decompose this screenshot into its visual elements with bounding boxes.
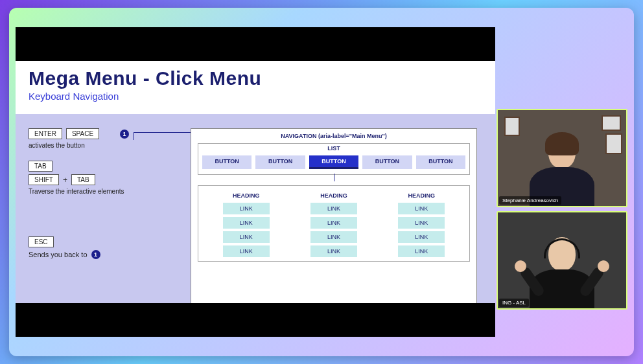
- player-bottom-letterbox: [16, 303, 495, 337]
- dropdown-connector: [334, 174, 334, 181]
- list-label: LIST: [198, 144, 469, 153]
- arm-left: [519, 266, 546, 298]
- menu-button[interactable]: BUTTON: [202, 155, 251, 169]
- menu-link[interactable]: LINK: [310, 231, 357, 243]
- list-box: LIST BUTTON BUTTON BUTTON BUTTON BUTTON: [198, 143, 470, 175]
- webcam-column: Stephanie Andreasovich ING - ASL: [497, 109, 625, 313]
- marker-1b-icon: 1: [91, 250, 100, 259]
- submenu-col: HEADING LINK LINK LINK LINK: [294, 192, 373, 257]
- torso-icon: [530, 269, 594, 310]
- menu-link[interactable]: LINK: [398, 245, 445, 257]
- webcam-presenter[interactable]: Stephanie Andreasovich: [497, 109, 627, 207]
- wall-picture: [602, 115, 621, 131]
- connector-vert: [134, 132, 134, 140]
- arm-right: [578, 266, 605, 298]
- player-top-letterbox: [16, 27, 495, 61]
- hair-icon: [545, 132, 579, 155]
- key-space: SPACE: [66, 128, 99, 139]
- desc-esc-text: Sends you back to: [29, 251, 88, 258]
- button-row: BUTTON BUTTON BUTTON BUTTON BUTTON: [198, 153, 469, 174]
- desc-traverse: Traverse the interactive elements: [29, 188, 178, 195]
- video-player[interactable]: Mega Menu - Click Menu Keyboard Navigati…: [16, 27, 495, 337]
- plus-icon: +: [63, 176, 67, 185]
- key-shift-tab-row: SHIFT + TAB: [29, 174, 178, 185]
- key-tab-row: TAB: [29, 161, 178, 172]
- submenu-panel: HEADING LINK LINK LINK LINK HEADING LINK…: [198, 185, 470, 262]
- column-heading: HEADING: [320, 192, 347, 199]
- slide-title: Mega Menu - Click Menu: [29, 67, 482, 89]
- menu-link[interactable]: LINK: [310, 203, 357, 214]
- menu-link[interactable]: LINK: [398, 217, 445, 229]
- menu-link[interactable]: LINK: [223, 245, 270, 257]
- key-shift: SHIFT: [29, 174, 59, 185]
- wall-picture: [605, 133, 622, 154]
- wall-picture: [504, 117, 520, 136]
- interpreter-figure: [526, 237, 598, 310]
- player-frame: Mega Menu - Click Menu Keyboard Navigati…: [9, 8, 634, 356]
- headset-icon: [544, 238, 580, 258]
- keys-enter-space: ENTER SPACE 1: [29, 128, 178, 139]
- key-tab-2: TAB: [71, 174, 95, 185]
- interpreter-name: ING - ASL: [499, 299, 529, 307]
- desc-activates: activates the button: [29, 142, 178, 149]
- nav-label: NAVIGATION (aria-label="Main Menu"): [191, 129, 476, 139]
- menu-button[interactable]: BUTTON: [255, 155, 305, 169]
- slide-header: Mega Menu - Click Menu Keyboard Navigati…: [16, 61, 495, 106]
- slide-subtitle: Keyboard Navigation: [29, 91, 482, 102]
- desc-esc: Sends you back to 1: [29, 250, 178, 259]
- keyboard-instructions: ENTER SPACE 1 activates the button TAB S…: [29, 128, 178, 262]
- slide-body: ENTER SPACE 1 activates the button TAB S…: [16, 114, 495, 330]
- column-heading: HEADING: [408, 192, 436, 199]
- gradient-background: Mega Menu - Click Menu Keyboard Navigati…: [0, 0, 643, 364]
- menu-button[interactable]: BUTTON: [416, 155, 465, 169]
- menu-diagram: NAVIGATION (aria-label="Main Menu") LIST…: [191, 128, 477, 311]
- key-esc: ESC: [29, 236, 54, 247]
- submenu-col: HEADING LINK LINK LINK LINK: [382, 192, 461, 257]
- marker-1-icon: 1: [120, 130, 129, 139]
- menu-link[interactable]: LINK: [310, 245, 357, 257]
- hand-left-icon: [512, 258, 528, 274]
- menu-link[interactable]: LINK: [310, 217, 357, 229]
- webcam-interpreter[interactable]: ING - ASL: [497, 211, 627, 310]
- presentation-slide: Mega Menu - Click Menu Keyboard Navigati…: [16, 61, 495, 330]
- menu-button[interactable]: BUTTON: [362, 155, 412, 169]
- menu-button-active[interactable]: BUTTON: [309, 155, 358, 169]
- presenter-name: Stephanie Andreasovich: [499, 196, 561, 205]
- menu-link[interactable]: LINK: [223, 217, 270, 229]
- key-tab: TAB: [29, 161, 53, 172]
- hand-right-icon: [595, 258, 611, 274]
- menu-link[interactable]: LINK: [398, 203, 445, 214]
- submenu-col: HEADING LINK LINK LINK LINK: [207, 192, 286, 257]
- key-esc-row: ESC: [29, 236, 178, 247]
- submenu-columns: HEADING LINK LINK LINK LINK HEADING LINK…: [202, 192, 465, 257]
- menu-link[interactable]: LINK: [398, 231, 445, 243]
- column-heading: HEADING: [233, 192, 260, 199]
- key-enter: ENTER: [29, 128, 62, 139]
- menu-link[interactable]: LINK: [223, 231, 270, 243]
- menu-link[interactable]: LINK: [223, 203, 270, 214]
